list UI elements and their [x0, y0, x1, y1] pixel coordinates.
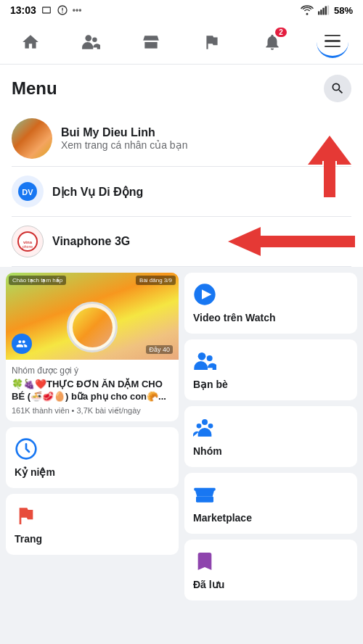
- nav-groups[interactable]: [75, 26, 107, 58]
- status-bar: 13:03 ••• 58%: [0, 0, 363, 20]
- svg-point-24: [197, 424, 202, 429]
- search-button[interactable]: [324, 75, 351, 102]
- profile-name: Bui My Dieu Linh: [61, 126, 351, 139]
- svg-point-8: [92, 38, 97, 43]
- svg-rect-26: [196, 497, 213, 503]
- group-suggested-label: Nhóm được gợi ý: [12, 366, 173, 376]
- svg-point-21: [198, 352, 206, 360]
- group-day-badge: Đây 40: [146, 345, 173, 354]
- red-arrow-left-annotation: [228, 223, 359, 260]
- svg-marker-17: [228, 227, 261, 256]
- service-row-dich-vu[interactable]: DV Dịch Vụ Di Động: [12, 167, 351, 217]
- right-column: Video trên Watch Bạn bè Nhóm: [184, 273, 357, 600]
- video-watch-card[interactable]: Video trên Watch: [184, 273, 357, 334]
- dich-vu-label: Dịch Vụ Di Động: [52, 185, 143, 199]
- shop-icon: [193, 483, 216, 506]
- left-column: Chào tạch tạm hấp Bài đăng 3/9 Đây 40 Nh…: [6, 273, 179, 600]
- nav-bar: 2: [0, 20, 363, 65]
- video-watch-label: Video trên Watch: [193, 312, 276, 323]
- svg-point-7: [85, 35, 91, 41]
- profile-text: Bui My Dieu Linh Xem trang cá nhân của b…: [61, 126, 351, 151]
- nhom-card[interactable]: Nhóm: [184, 406, 357, 467]
- vinaphone-label: Vinaphone 3G: [52, 235, 130, 248]
- marketplace-card[interactable]: Marketplace: [184, 473, 357, 534]
- group-name: 🍀🍇❤️THỰC ĐƠN ĂN DẶM CHO BÉ (🍜🥩🥚) bữa phụ…: [12, 379, 173, 403]
- svg-rect-6: [327, 6, 329, 15]
- svg-point-23: [202, 419, 208, 425]
- profile-subtitle: Xem trang cá nhân của bạn: [61, 139, 351, 151]
- group-img-text-overlay: Chào tạch tạm hấp: [9, 276, 66, 285]
- clock-icon: [15, 437, 38, 461]
- battery-text: 58%: [334, 5, 353, 16]
- alert-status-icon: [57, 4, 68, 16]
- status-right: 58%: [301, 5, 353, 16]
- svg-rect-3: [320, 9, 322, 15]
- nav-menu[interactable]: [317, 26, 348, 58]
- ban-be-card[interactable]: Bạn bè: [184, 339, 357, 400]
- vinaphone-icon-circle: vina phone: [12, 226, 44, 257]
- svg-rect-2: [318, 12, 319, 15]
- nav-bell[interactable]: 2: [256, 26, 288, 58]
- ky-niem-card[interactable]: Kỷ niệm: [6, 427, 179, 488]
- wifi-icon: [301, 5, 314, 15]
- menu-header: Menu: [12, 75, 351, 102]
- svg-rect-1: [43, 8, 49, 13]
- notification-badge: 2: [275, 28, 287, 37]
- da-luu-card[interactable]: Đã lưu: [184, 540, 357, 600]
- nav-store[interactable]: [135, 26, 167, 58]
- signal-icon: [318, 5, 330, 15]
- svg-rect-4: [322, 8, 324, 15]
- nav-home[interactable]: [15, 26, 46, 58]
- marketplace-label: Marketplace: [193, 512, 252, 524]
- group-stats: 161K thành viên • 3,7K bài viết/ngày: [12, 406, 173, 416]
- menu-title: Menu: [12, 78, 57, 99]
- search-icon: [330, 81, 345, 96]
- avatar: [12, 118, 52, 159]
- group-badge-icon: [12, 334, 32, 354]
- dich-vu-icon: DV: [17, 181, 38, 202]
- nhom-label: Nhóm: [193, 445, 222, 457]
- nav-flag[interactable]: [196, 26, 228, 58]
- trang-label: Trang: [15, 533, 42, 545]
- group-img-right-overlay: Bài đăng 3/9: [136, 276, 176, 285]
- group-body: Nhóm được gợi ý 🍀🍇❤️THỰC ĐƠN ĂN DẶM CHO …: [6, 360, 179, 421]
- svg-point-25: [208, 424, 213, 429]
- menu-section: Menu Bui My Dieu Linh Xem trang cá nhân …: [0, 65, 363, 267]
- friends-icon: [193, 350, 216, 373]
- svg-text:phone: phone: [23, 244, 33, 249]
- ky-niem-label: Kỷ niệm: [15, 466, 55, 478]
- status-time: 13:03 •••: [10, 4, 81, 16]
- trang-card[interactable]: Trang: [6, 494, 179, 555]
- profile-row[interactable]: Bui My Dieu Linh Xem trang cá nhân của b…: [12, 111, 351, 167]
- content-area: Chào tạch tạm hấp Bài đăng 3/9 Đây 40 Nh…: [0, 267, 363, 606]
- group-image: Chào tạch tạm hấp Bài đăng 3/9 Đây 40: [6, 273, 179, 360]
- svg-rect-5: [325, 6, 327, 15]
- service-row-vinaphone[interactable]: vina phone Vinaphone 3G: [12, 217, 351, 267]
- ban-be-label: Bạn bè: [193, 379, 228, 390]
- svg-text:DV: DV: [22, 188, 33, 197]
- svg-rect-16: [257, 236, 355, 247]
- notification-status-icon: [41, 4, 52, 16]
- dich-vu-icon-circle: DV: [12, 176, 44, 207]
- group-icon: [193, 416, 216, 439]
- bookmark-icon: [193, 550, 216, 573]
- vinaphone-icon: vina phone: [17, 231, 38, 252]
- dots-status: •••: [73, 5, 82, 15]
- svg-rect-27: [194, 488, 215, 491]
- flag-icon: [15, 504, 38, 527]
- play-icon: [193, 283, 216, 306]
- group-card[interactable]: Chào tạch tạm hấp Bài đăng 3/9 Đây 40 Nh…: [6, 273, 179, 421]
- da-luu-label: Đã lưu: [193, 579, 224, 590]
- hamburger-icon: [325, 35, 340, 48]
- svg-point-22: [207, 355, 213, 361]
